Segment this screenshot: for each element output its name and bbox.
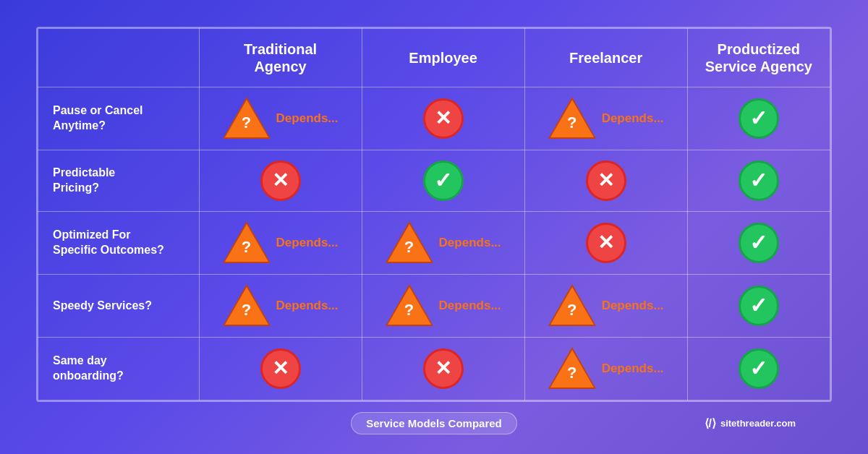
table-row: Same dayonboarding? ? Depends... — [38, 338, 830, 401]
header-productized: ProductizedService Agency — [687, 29, 830, 87]
logo-icon: ⟨/⟩ — [705, 416, 716, 430]
x-icon — [586, 160, 626, 201]
footer-badge: Service Models Compared — [351, 412, 517, 434]
depends-text: Depends... — [602, 361, 664, 376]
row-label: Optimized ForSpecific Outcomes? — [38, 212, 200, 275]
warn-icon: ? — [548, 285, 596, 327]
x-icon — [260, 348, 301, 389]
header-freelancer: Freelancer — [524, 29, 687, 87]
check-icon — [739, 348, 779, 389]
warn-icon: ? — [548, 98, 596, 140]
depends-text: Depends... — [602, 111, 664, 126]
footer-logo: ⟨/⟩ sitethreader.com — [705, 416, 796, 430]
warn-icon: ? — [223, 222, 271, 264]
row-label: Pause or CancelAnytime? — [38, 87, 200, 150]
header-traditional-agency: TraditionalAgency — [199, 29, 362, 87]
row-label: PredictablePricing? — [38, 150, 200, 212]
check-icon — [739, 286, 779, 326]
depends-text: Depends... — [276, 236, 339, 250]
table-row: Pause or CancelAnytime? ? Depends... ? D… — [38, 87, 830, 150]
warn-icon: ? — [548, 348, 596, 390]
row-label: Speedy Services? — [38, 275, 200, 338]
check-icon — [739, 223, 779, 263]
x-icon — [423, 98, 464, 139]
table-row: Speedy Services? ? Depends... ? Depends.… — [38, 275, 830, 338]
warn-icon: ? — [223, 98, 271, 140]
depends-text: Depends... — [602, 299, 664, 313]
header-employee: Employee — [362, 29, 524, 87]
table-row: PredictablePricing? — [38, 150, 830, 212]
depends-text: Depends... — [439, 236, 501, 250]
comparison-table: TraditionalAgency Employee Freelancer Pr… — [36, 27, 832, 402]
logo-text: sitethreader.com — [720, 418, 796, 429]
depends-text: Depends... — [439, 299, 501, 313]
x-icon — [423, 348, 464, 389]
check-icon — [739, 160, 779, 201]
warn-icon: ? — [223, 285, 271, 327]
x-icon — [260, 160, 301, 201]
check-icon — [739, 98, 779, 139]
row-label: Same dayonboarding? — [38, 338, 200, 401]
check-icon — [423, 160, 464, 201]
depends-text: Depends... — [276, 111, 339, 126]
x-icon — [586, 223, 626, 263]
warn-icon: ? — [386, 222, 433, 264]
table-row: Optimized ForSpecific Outcomes? ? Depend… — [38, 212, 830, 275]
header-empty — [38, 29, 200, 87]
warn-icon: ? — [386, 285, 433, 327]
depends-text: Depends... — [276, 299, 339, 313]
footer: Service Models Compared ⟨/⟩ sitethreader… — [36, 412, 832, 434]
